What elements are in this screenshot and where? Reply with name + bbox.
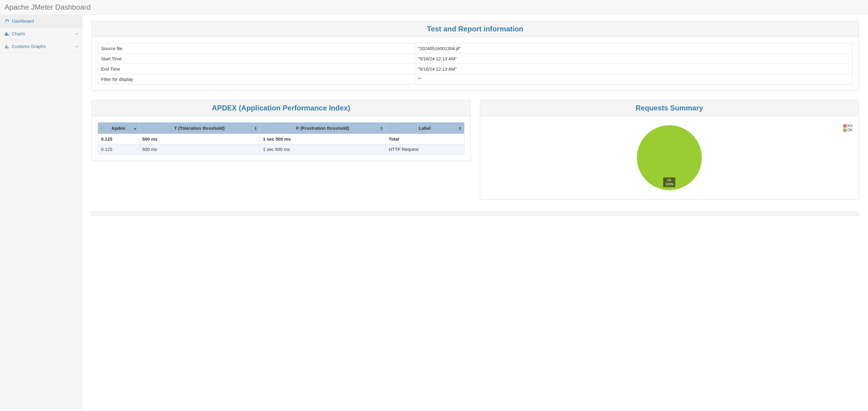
cell-apdex: 0.125 — [98, 144, 140, 154]
sidebar-item-charts[interactable]: Charts ◂ — [0, 27, 82, 40]
bar-chart-icon — [4, 31, 9, 36]
sort-icon: ▲▼ — [459, 126, 462, 130]
svg-rect-2 — [6, 32, 7, 35]
col-label: Apdex — [112, 125, 125, 131]
info-value: "5/16/24 12:13 AM" — [415, 64, 852, 74]
table-row: 0.125 500 ms 1 sec 500 ms Total — [98, 134, 464, 144]
sidebar: Dashboard Charts ◂ Customs Graphs ◂ — [0, 15, 82, 409]
pie-label-value: 100% — [665, 182, 674, 186]
info-value: "20240516001304.jtl" — [415, 43, 852, 54]
legend-swatch — [843, 124, 846, 128]
legend-label: KO — [847, 124, 852, 128]
main-content: Test and Report information Source file … — [82, 15, 868, 409]
apdex-table: Apdex ▲ T (Toleration threshold) ▲▼ F (F… — [98, 122, 464, 154]
test-info-title: Test and Report information — [96, 25, 854, 33]
svg-rect-6 — [6, 45, 7, 48]
info-label: Start Time — [98, 54, 415, 64]
cell-toleration: 500 ms — [139, 144, 260, 154]
pie-slice-label: OK 100% — [663, 177, 675, 187]
info-value: "5/16/24 12:13 AM" — [415, 54, 852, 64]
legend-item-ok[interactable]: OK — [843, 128, 852, 132]
svg-rect-4 — [5, 48, 9, 48]
apdex-panel: APDEX (Application Performance Index) Ap… — [91, 100, 471, 161]
requests-summary-title: Requests Summary — [485, 104, 855, 112]
pie-chart[interactable]: OK 100% — [637, 125, 702, 190]
apdex-col-apdex[interactable]: Apdex ▲ — [98, 122, 140, 134]
bar-chart-icon — [4, 44, 9, 49]
col-label: T (Toleration threshold) — [174, 125, 225, 131]
requests-summary-panel: Requests Summary KO OK — [480, 100, 859, 200]
svg-rect-1 — [5, 33, 6, 35]
pie-legend: KO OK — [843, 124, 852, 132]
table-row: Source file "20240516001304.jtl" — [98, 43, 852, 54]
cell-label: HTTP Request — [385, 144, 464, 154]
test-info-table: Source file "20240516001304.jtl" Start T… — [98, 43, 852, 85]
sort-asc-icon: ▲ — [134, 127, 136, 129]
svg-rect-7 — [7, 47, 8, 48]
info-label: End Time — [98, 64, 415, 74]
cell-frustration: 1 sec 500 ms — [260, 134, 385, 144]
legend-label: OK — [847, 128, 852, 132]
chevron-left-icon: ◂ — [76, 45, 78, 48]
pie-label-name: OK — [665, 178, 674, 182]
table-row: Filter for display "" — [98, 74, 852, 85]
info-label: Filter for display — [98, 74, 415, 85]
panel-heading: Requests Summary — [480, 100, 859, 116]
svg-rect-0 — [5, 35, 9, 36]
table-row: End Time "5/16/24 12:13 AM" — [98, 64, 852, 74]
cell-label: Total — [385, 134, 464, 144]
svg-rect-3 — [7, 34, 8, 35]
cell-toleration: 500 ms — [139, 134, 260, 144]
dashboard-icon — [4, 19, 9, 24]
info-value: "" — [415, 74, 852, 85]
table-row: Start Time "5/16/24 12:13 AM" — [98, 54, 852, 64]
sort-icon: ▲▼ — [380, 126, 383, 130]
sidebar-item-label: Dashboard — [12, 19, 34, 24]
col-label: Label — [419, 125, 431, 131]
cell-frustration: 1 sec 500 ms — [260, 144, 385, 154]
legend-item-ko[interactable]: KO — [843, 124, 852, 128]
page-title: Apache JMeter Dashboard — [4, 3, 864, 11]
panel-heading: APDEX (Application Performance Index) — [92, 100, 470, 116]
legend-swatch — [843, 128, 846, 132]
apdex-col-frustration[interactable]: F (Frustration threshold) ▲▼ — [260, 122, 385, 134]
pie-chart-container: KO OK OK 100% — [486, 122, 853, 193]
svg-rect-5 — [5, 46, 6, 48]
chevron-left-icon: ◂ — [76, 32, 78, 36]
test-info-panel: Test and Report information Source file … — [91, 21, 859, 91]
apdex-col-label[interactable]: Label ▲▼ — [385, 122, 464, 134]
panel-heading: Test and Report information — [92, 21, 859, 37]
cell-apdex: 0.125 — [98, 134, 140, 144]
apdex-col-toleration[interactable]: T (Toleration threshold) ▲▼ — [139, 122, 260, 134]
sidebar-item-dashboard[interactable]: Dashboard — [0, 15, 82, 27]
sidebar-item-label: Charts — [12, 31, 25, 36]
page-header: Apache JMeter Dashboard — [0, 0, 868, 15]
sidebar-item-customs-graphs[interactable]: Customs Graphs ◂ — [0, 40, 82, 53]
col-label: F (Frustration threshold) — [296, 125, 349, 131]
info-label: Source file — [98, 43, 415, 54]
sort-icon: ▲▼ — [254, 126, 257, 130]
sidebar-item-label: Customs Graphs — [12, 44, 46, 49]
apdex-title: APDEX (Application Performance Index) — [96, 104, 466, 112]
next-panel-top — [91, 211, 859, 216]
table-row: 0.125 500 ms 1 sec 500 ms HTTP Request — [98, 144, 464, 154]
